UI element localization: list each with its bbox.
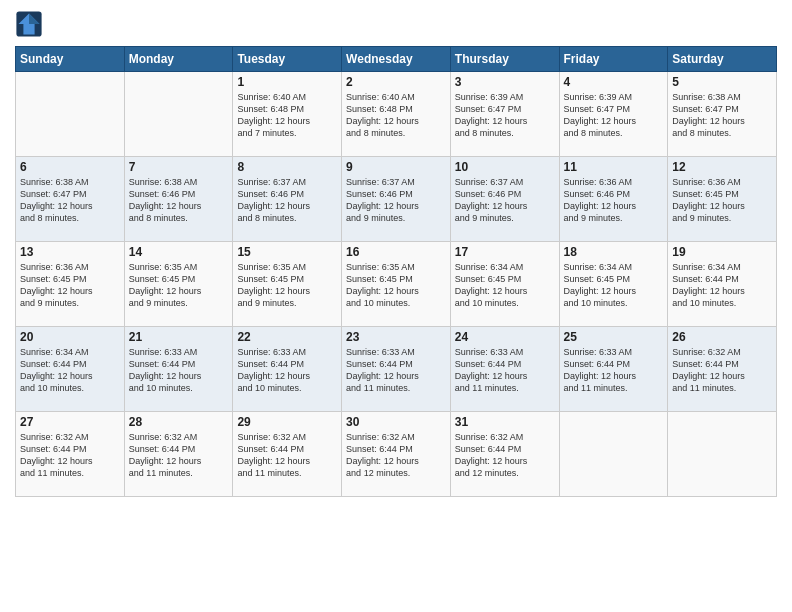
- calendar-cell: 12Sunrise: 6:36 AM Sunset: 6:45 PM Dayli…: [668, 157, 777, 242]
- day-header-tuesday: Tuesday: [233, 47, 342, 72]
- day-number: 16: [346, 245, 446, 259]
- calendar-cell: 24Sunrise: 6:33 AM Sunset: 6:44 PM Dayli…: [450, 327, 559, 412]
- page-container: SundayMondayTuesdayWednesdayThursdayFrid…: [0, 0, 792, 507]
- cell-content: Sunrise: 6:32 AM Sunset: 6:44 PM Dayligh…: [455, 431, 555, 480]
- day-number: 2: [346, 75, 446, 89]
- cell-content: Sunrise: 6:35 AM Sunset: 6:45 PM Dayligh…: [237, 261, 337, 310]
- day-number: 18: [564, 245, 664, 259]
- calendar-body: 1Sunrise: 6:40 AM Sunset: 6:48 PM Daylig…: [16, 72, 777, 497]
- day-number: 23: [346, 330, 446, 344]
- cell-content: Sunrise: 6:37 AM Sunset: 6:46 PM Dayligh…: [346, 176, 446, 225]
- cell-content: Sunrise: 6:35 AM Sunset: 6:45 PM Dayligh…: [129, 261, 229, 310]
- day-number: 19: [672, 245, 772, 259]
- cell-content: Sunrise: 6:33 AM Sunset: 6:44 PM Dayligh…: [237, 346, 337, 395]
- cell-content: Sunrise: 6:34 AM Sunset: 6:45 PM Dayligh…: [455, 261, 555, 310]
- calendar-cell: 2Sunrise: 6:40 AM Sunset: 6:48 PM Daylig…: [342, 72, 451, 157]
- calendar-cell: 19Sunrise: 6:34 AM Sunset: 6:44 PM Dayli…: [668, 242, 777, 327]
- calendar-cell: 8Sunrise: 6:37 AM Sunset: 6:46 PM Daylig…: [233, 157, 342, 242]
- calendar-cell: 17Sunrise: 6:34 AM Sunset: 6:45 PM Dayli…: [450, 242, 559, 327]
- calendar-cell: 14Sunrise: 6:35 AM Sunset: 6:45 PM Dayli…: [124, 242, 233, 327]
- calendar-cell: 1Sunrise: 6:40 AM Sunset: 6:48 PM Daylig…: [233, 72, 342, 157]
- cell-content: Sunrise: 6:34 AM Sunset: 6:44 PM Dayligh…: [20, 346, 120, 395]
- day-number: 24: [455, 330, 555, 344]
- calendar-cell: 21Sunrise: 6:33 AM Sunset: 6:44 PM Dayli…: [124, 327, 233, 412]
- calendar-cell: 5Sunrise: 6:38 AM Sunset: 6:47 PM Daylig…: [668, 72, 777, 157]
- day-number: 29: [237, 415, 337, 429]
- cell-content: Sunrise: 6:33 AM Sunset: 6:44 PM Dayligh…: [346, 346, 446, 395]
- cell-content: Sunrise: 6:33 AM Sunset: 6:44 PM Dayligh…: [564, 346, 664, 395]
- day-header-wednesday: Wednesday: [342, 47, 451, 72]
- cell-content: Sunrise: 6:32 AM Sunset: 6:44 PM Dayligh…: [346, 431, 446, 480]
- cell-content: Sunrise: 6:39 AM Sunset: 6:47 PM Dayligh…: [564, 91, 664, 140]
- calendar-cell: [124, 72, 233, 157]
- cell-content: Sunrise: 6:40 AM Sunset: 6:48 PM Dayligh…: [346, 91, 446, 140]
- day-number: 5: [672, 75, 772, 89]
- calendar-cell: 11Sunrise: 6:36 AM Sunset: 6:46 PM Dayli…: [559, 157, 668, 242]
- cell-content: Sunrise: 6:38 AM Sunset: 6:46 PM Dayligh…: [129, 176, 229, 225]
- cell-content: Sunrise: 6:34 AM Sunset: 6:45 PM Dayligh…: [564, 261, 664, 310]
- cell-content: Sunrise: 6:37 AM Sunset: 6:46 PM Dayligh…: [237, 176, 337, 225]
- day-number: 13: [20, 245, 120, 259]
- calendar-cell: 6Sunrise: 6:38 AM Sunset: 6:47 PM Daylig…: [16, 157, 125, 242]
- day-number: 26: [672, 330, 772, 344]
- calendar-cell: 10Sunrise: 6:37 AM Sunset: 6:46 PM Dayli…: [450, 157, 559, 242]
- day-number: 9: [346, 160, 446, 174]
- cell-content: Sunrise: 6:35 AM Sunset: 6:45 PM Dayligh…: [346, 261, 446, 310]
- cell-content: Sunrise: 6:36 AM Sunset: 6:45 PM Dayligh…: [20, 261, 120, 310]
- day-header-monday: Monday: [124, 47, 233, 72]
- calendar-table: SundayMondayTuesdayWednesdayThursdayFrid…: [15, 46, 777, 497]
- calendar-cell: 23Sunrise: 6:33 AM Sunset: 6:44 PM Dayli…: [342, 327, 451, 412]
- cell-content: Sunrise: 6:38 AM Sunset: 6:47 PM Dayligh…: [672, 91, 772, 140]
- cell-content: Sunrise: 6:32 AM Sunset: 6:44 PM Dayligh…: [129, 431, 229, 480]
- calendar-cell: 20Sunrise: 6:34 AM Sunset: 6:44 PM Dayli…: [16, 327, 125, 412]
- day-number: 15: [237, 245, 337, 259]
- day-number: 4: [564, 75, 664, 89]
- calendar-week-1: 1Sunrise: 6:40 AM Sunset: 6:48 PM Daylig…: [16, 72, 777, 157]
- calendar-cell: [668, 412, 777, 497]
- day-number: 22: [237, 330, 337, 344]
- calendar-cell: 30Sunrise: 6:32 AM Sunset: 6:44 PM Dayli…: [342, 412, 451, 497]
- calendar-cell: 3Sunrise: 6:39 AM Sunset: 6:47 PM Daylig…: [450, 72, 559, 157]
- calendar-cell: 28Sunrise: 6:32 AM Sunset: 6:44 PM Dayli…: [124, 412, 233, 497]
- calendar-week-4: 20Sunrise: 6:34 AM Sunset: 6:44 PM Dayli…: [16, 327, 777, 412]
- cell-content: Sunrise: 6:38 AM Sunset: 6:47 PM Dayligh…: [20, 176, 120, 225]
- header: [15, 10, 777, 38]
- calendar-cell: 18Sunrise: 6:34 AM Sunset: 6:45 PM Dayli…: [559, 242, 668, 327]
- calendar-cell: 22Sunrise: 6:33 AM Sunset: 6:44 PM Dayli…: [233, 327, 342, 412]
- day-number: 10: [455, 160, 555, 174]
- calendar-cell: 13Sunrise: 6:36 AM Sunset: 6:45 PM Dayli…: [16, 242, 125, 327]
- day-number: 1: [237, 75, 337, 89]
- day-number: 30: [346, 415, 446, 429]
- calendar-cell: 16Sunrise: 6:35 AM Sunset: 6:45 PM Dayli…: [342, 242, 451, 327]
- day-number: 6: [20, 160, 120, 174]
- calendar-cell: 9Sunrise: 6:37 AM Sunset: 6:46 PM Daylig…: [342, 157, 451, 242]
- day-header-saturday: Saturday: [668, 47, 777, 72]
- calendar-cell: 25Sunrise: 6:33 AM Sunset: 6:44 PM Dayli…: [559, 327, 668, 412]
- day-number: 31: [455, 415, 555, 429]
- calendar-cell: 27Sunrise: 6:32 AM Sunset: 6:44 PM Dayli…: [16, 412, 125, 497]
- day-number: 14: [129, 245, 229, 259]
- logo: [15, 10, 45, 38]
- cell-content: Sunrise: 6:32 AM Sunset: 6:44 PM Dayligh…: [672, 346, 772, 395]
- day-number: 25: [564, 330, 664, 344]
- cell-content: Sunrise: 6:36 AM Sunset: 6:45 PM Dayligh…: [672, 176, 772, 225]
- cell-content: Sunrise: 6:37 AM Sunset: 6:46 PM Dayligh…: [455, 176, 555, 225]
- calendar-week-2: 6Sunrise: 6:38 AM Sunset: 6:47 PM Daylig…: [16, 157, 777, 242]
- cell-content: Sunrise: 6:32 AM Sunset: 6:44 PM Dayligh…: [20, 431, 120, 480]
- cell-content: Sunrise: 6:34 AM Sunset: 6:44 PM Dayligh…: [672, 261, 772, 310]
- calendar-cell: 29Sunrise: 6:32 AM Sunset: 6:44 PM Dayli…: [233, 412, 342, 497]
- day-header-thursday: Thursday: [450, 47, 559, 72]
- day-number: 27: [20, 415, 120, 429]
- day-number: 7: [129, 160, 229, 174]
- day-header-friday: Friday: [559, 47, 668, 72]
- day-number: 20: [20, 330, 120, 344]
- logo-icon: [15, 10, 43, 38]
- calendar-cell: [559, 412, 668, 497]
- day-number: 8: [237, 160, 337, 174]
- day-number: 21: [129, 330, 229, 344]
- calendar-cell: 7Sunrise: 6:38 AM Sunset: 6:46 PM Daylig…: [124, 157, 233, 242]
- cell-content: Sunrise: 6:39 AM Sunset: 6:47 PM Dayligh…: [455, 91, 555, 140]
- calendar-week-3: 13Sunrise: 6:36 AM Sunset: 6:45 PM Dayli…: [16, 242, 777, 327]
- calendar-week-5: 27Sunrise: 6:32 AM Sunset: 6:44 PM Dayli…: [16, 412, 777, 497]
- calendar-header-row: SundayMondayTuesdayWednesdayThursdayFrid…: [16, 47, 777, 72]
